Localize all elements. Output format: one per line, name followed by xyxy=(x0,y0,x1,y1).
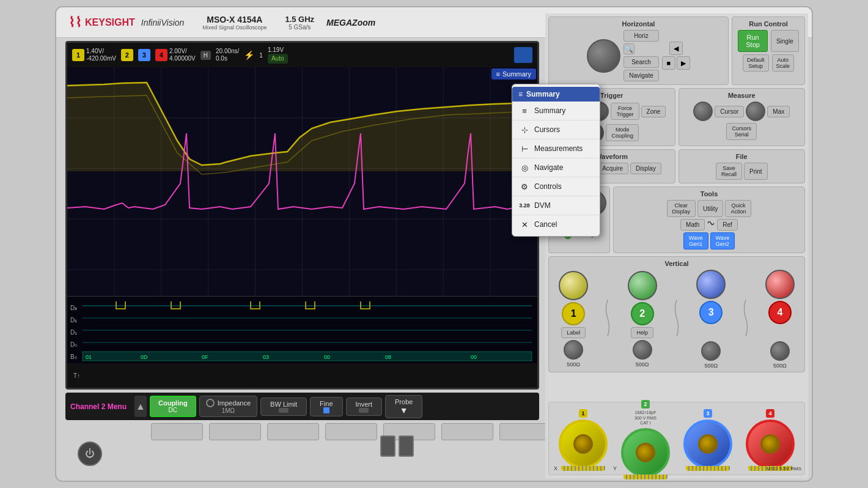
default-setup-btn[interactable]: DefaultSetup xyxy=(743,54,769,72)
ch1-bnc[interactable] xyxy=(559,420,608,468)
ch4-offset: 4.00000V xyxy=(169,55,196,62)
nav-left-icon[interactable]: ◀ xyxy=(669,42,683,55)
sample-rate: 5 GSa/s xyxy=(285,24,314,31)
cursor-btn[interactable]: Cursor xyxy=(715,106,744,117)
clear-display-btn[interactable]: ClearDisplay xyxy=(667,200,696,217)
softkey-7[interactable] xyxy=(499,423,551,440)
horizontal-section: Horizontal Horiz 🔍 Search Navigate ◀ xyxy=(548,17,729,85)
display-btn[interactable]: Display xyxy=(630,163,661,174)
impedance-button[interactable]: Impedance 1MΩ xyxy=(199,396,257,417)
controls-item[interactable]: ⚙ Controls xyxy=(512,177,600,196)
model-name: MSO-X 4154A xyxy=(202,15,267,24)
invert-button[interactable]: Invert xyxy=(346,397,383,416)
summary-item-label: Summary xyxy=(534,106,565,115)
print-btn[interactable]: Print xyxy=(744,163,768,180)
ch1-label-btn[interactable]: Label xyxy=(561,327,586,338)
ch2-bnc[interactable] xyxy=(621,428,670,477)
softkey-1[interactable] xyxy=(151,423,203,440)
wave-gen2-btn[interactable]: WaveGen2 xyxy=(710,232,735,250)
single-btn[interactable]: Single xyxy=(771,30,799,52)
mso-label: MSO 5.5V RMS xyxy=(767,466,801,471)
ch3-circle[interactable]: 3 xyxy=(699,301,723,324)
utility-btn[interactable]: Utility xyxy=(697,200,723,217)
math-btn[interactable]: Math xyxy=(680,219,705,231)
ch3-scale-knob[interactable] xyxy=(696,270,726,299)
ch2-number[interactable]: 2 xyxy=(121,49,133,61)
zoom-icon[interactable]: 🔍 xyxy=(623,43,634,54)
oscilloscope-body: ⌇⌇ KEYSIGHT InfiniiVision MSO-X 4154A Mi… xyxy=(55,6,813,482)
power-button[interactable]: ⏻ xyxy=(78,442,102,466)
softkey-2[interactable] xyxy=(209,423,261,440)
ch3-pos-knob[interactable] xyxy=(701,341,721,361)
ch2-pos-knob[interactable] xyxy=(633,340,652,360)
auto-scale-btn[interactable]: AutoScale xyxy=(772,54,795,72)
mode-coupling-btn[interactable]: ModeCoupling xyxy=(606,124,639,141)
summary-item-icon: ≡ xyxy=(520,106,529,116)
navigate-item[interactable]: ◎ Navigate xyxy=(512,158,600,177)
invert-label: Invert xyxy=(356,401,373,408)
ref-btn[interactable]: Ref xyxy=(717,219,738,231)
max-btn[interactable]: Max xyxy=(767,106,790,117)
svg-text:B₀: B₀ xyxy=(70,353,77,360)
summary-item[interactable]: ≡ Summary xyxy=(512,102,600,120)
measurements-item[interactable]: ⊢ Measurements xyxy=(512,139,600,158)
wavy-icon xyxy=(707,219,715,227)
ch4-number[interactable]: 4 xyxy=(155,49,167,61)
menu-up-arrow[interactable]: ▲ xyxy=(134,396,147,417)
bw-limit-button[interactable]: BW Limit xyxy=(260,397,307,416)
cursors-item-label: Cursors xyxy=(534,125,560,134)
horiz-btn[interactable]: Horiz xyxy=(623,30,658,42)
coupling-button[interactable]: Coupling DC xyxy=(150,396,196,417)
summary-btn[interactable]: ≡ Summary xyxy=(491,68,536,79)
ch2-scale-knob[interactable] xyxy=(628,271,657,300)
acquire-btn[interactable]: Acquire xyxy=(597,163,628,174)
measure-knob2[interactable] xyxy=(746,102,765,121)
measure-knob[interactable] xyxy=(693,102,713,121)
quick-action-btn[interactable]: QuickAction xyxy=(725,200,751,217)
ch4-vertical: 4 500Ω xyxy=(765,270,795,369)
ch1-pos-knob[interactable] xyxy=(564,340,583,360)
model-sub: Mixed Signal Oscilloscope xyxy=(202,24,267,31)
softkey-6[interactable] xyxy=(441,423,493,440)
zone-btn[interactable]: Zone xyxy=(641,106,666,117)
force-trigger-btn[interactable]: ForceTrigger xyxy=(611,103,639,120)
display-mode-box[interactable] xyxy=(514,47,532,63)
ch4-circle[interactable]: 4 xyxy=(768,301,792,324)
save-recall-btn[interactable]: SaveRecall xyxy=(716,163,742,180)
ch3-bnc[interactable] xyxy=(683,420,732,468)
dvm-item-icon: 3.28 xyxy=(520,201,529,210)
ch1-circle[interactable]: 1 xyxy=(562,302,585,325)
ch4-bnc[interactable] xyxy=(746,420,795,468)
usb-port-1[interactable] xyxy=(380,435,395,457)
nav-right-icon[interactable]: ▶ xyxy=(677,56,690,70)
cancel-item[interactable]: ✕ Cancel xyxy=(512,215,600,234)
ch3-number[interactable]: 3 xyxy=(138,49,150,61)
search-btn[interactable]: Search xyxy=(623,56,658,68)
dvm-item[interactable]: 3.28 DVM xyxy=(512,196,600,215)
right-panel: Horizontal Horiz 🔍 Search Navigate ◀ xyxy=(545,13,808,478)
navigate-btn[interactable]: Navigate xyxy=(623,70,658,81)
ch1-number[interactable]: 1 xyxy=(72,49,84,61)
ch2-badge: 2 xyxy=(121,49,133,61)
ch1-bnc-inner xyxy=(573,434,593,454)
softkey-3[interactable] xyxy=(267,423,319,440)
cursors-item[interactable]: ⊹ Cursors xyxy=(512,120,600,139)
usb-port-2[interactable] xyxy=(399,435,414,457)
ch4-scale-knob[interactable] xyxy=(765,270,795,299)
dropdown-menu: ≡ Summary ≡ Summary ⊹ Cursors ⊢ Measurem… xyxy=(512,84,600,237)
ch2-circle[interactable]: 2 xyxy=(631,302,654,325)
horizontal-knob[interactable] xyxy=(587,39,620,73)
ch4-pos-knob[interactable] xyxy=(770,341,790,361)
trigger-indicator: T↑ xyxy=(73,372,80,379)
run-stop-btn[interactable]: RunStop xyxy=(738,30,768,52)
softkey-4[interactable] xyxy=(325,423,377,440)
ch1-badge: 1 1.40V/ -420.00mV xyxy=(72,48,116,62)
ch2-help-btn[interactable]: Help xyxy=(631,327,653,338)
screen-area: 1 1.40V/ -420.00mV 2 3 4 2.00V/ 4.00000V xyxy=(65,41,539,390)
ch1-scale-knob[interactable] xyxy=(559,271,588,300)
wave-gen1-btn[interactable]: WaveGen1 xyxy=(683,232,708,250)
fine-button[interactable]: Fine xyxy=(310,397,342,416)
nav-stop-icon[interactable]: ■ xyxy=(662,56,675,70)
cursors-serial-btn[interactable]: CursorsSerial xyxy=(726,123,757,140)
probe-button[interactable]: Probe ▼ xyxy=(385,395,422,418)
